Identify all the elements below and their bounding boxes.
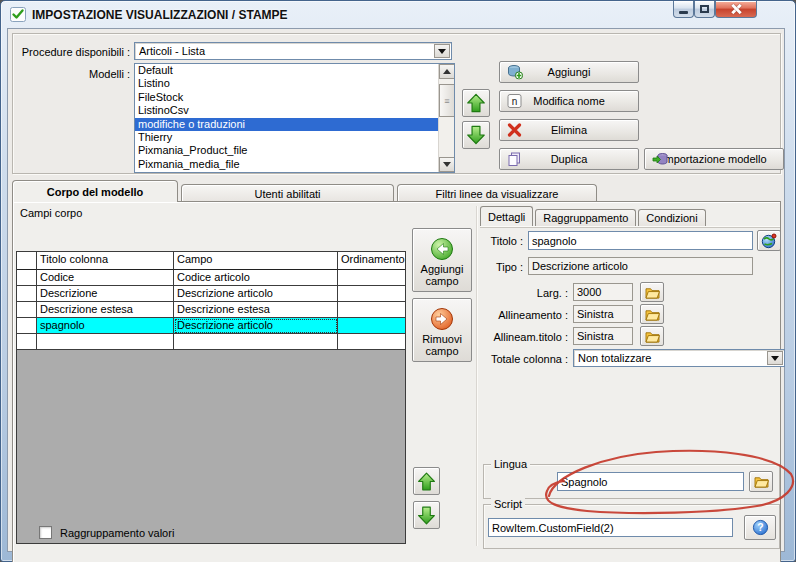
script-help-button[interactable]: ? [744,515,776,540]
procedures-combobox-value: Articoli - Lista [139,45,433,57]
models-list-item[interactable]: Default [135,64,438,77]
translate-globe-button[interactable] [757,230,781,251]
lingua-input[interactable] [557,472,744,491]
script-input[interactable] [488,518,733,537]
row-selector-cell[interactable] [17,286,37,302]
larg-label: Larg. : [493,287,568,299]
minimize-icon [679,11,688,14]
remove-field-button[interactable]: Rimuovi campo [412,298,472,362]
cell-titolo[interactable]: spagnolo [37,318,174,334]
cell-campo[interactable] [174,334,338,350]
row-selector-cell[interactable] [17,302,37,318]
titolo-input[interactable] [528,231,753,250]
table-row[interactable]: Descrizione estesa Descrizione estesa [17,302,405,318]
totale-colonna-arrow[interactable] [767,351,783,365]
maximize-button[interactable] [694,1,715,18]
allineam-titolo-picker-button[interactable] [640,326,664,346]
totale-colonna-combobox[interactable]: Non totalizzare [573,349,785,367]
models-list-item[interactable]: ListinoCsv [135,104,438,117]
triangle-up-icon [443,69,451,74]
minimize-button[interactable] [673,1,694,18]
main-tab-bar: Corpo del modello Utenti abilitati Filtr… [12,180,600,202]
duplicate-model-button[interactable]: Duplica [499,148,639,170]
cell-campo[interactable]: Descrizione articolo [174,318,338,334]
details-tab[interactable]: Dettagli [480,206,533,226]
cell-campo[interactable]: Codice articolo [174,270,338,286]
models-listbox[interactable]: Default Listino FileStock ListinoCsv mod… [134,63,455,173]
delete-x-icon [507,123,522,138]
cell-titolo[interactable]: Codice [37,270,174,286]
rename-model-label: Modifica nome [533,95,605,107]
cell-titolo[interactable]: Descrizione estesa [37,302,174,318]
allineam-titolo-label: Allineam.titolo : [468,331,568,343]
duplicate-pages-icon [507,152,522,167]
circle-arrow-right-icon [430,307,454,331]
fields-table[interactable]: Titolo colonna Campo Ordinamento Codice … [16,251,406,544]
rename-model-button[interactable]: n Modifica nome [499,90,639,112]
help-icon: ? [752,519,769,536]
table-row[interactable] [17,334,405,350]
cell-ordinamento[interactable] [338,302,405,318]
allineamento-input[interactable] [573,305,633,323]
cell-campo[interactable]: Descrizione estesa [174,302,338,318]
main-tab-label: Utenti abilitati [254,188,320,200]
main-tab[interactable]: Corpo del modello [12,180,178,202]
allineam-titolo-input[interactable] [573,327,633,345]
cell-ordinamento[interactable] [338,270,405,286]
cell-titolo[interactable]: Descrizione [37,286,174,302]
table-row[interactable]: Codice Codice articolo [17,270,405,286]
maximize-icon [700,5,709,13]
row-selector-cell[interactable] [17,334,37,350]
model-move-down-button[interactable] [462,121,490,149]
script-group: Script ? [483,504,780,549]
procedures-combobox[interactable]: Articoli - Lista [134,42,452,60]
field-move-up-button[interactable] [413,467,440,495]
models-list-item[interactable]: Thierry [135,131,438,144]
scrollbar-thumb[interactable] [439,84,455,117]
grouping-checkbox-label: Raggruppamento valori [60,527,174,539]
details-tab[interactable]: Condizioni [638,209,705,226]
main-tab[interactable]: Filtri linee da visualizzare [397,184,597,202]
models-list-item[interactable]: Pixmania_media_file [135,158,438,171]
lingua-picker-button[interactable] [749,471,773,492]
models-list-item[interactable]: Listino [135,77,438,90]
arrow-down-icon [465,124,487,146]
chevron-down-icon [438,49,446,54]
table-row[interactable]: spagnolo Descrizione articolo [17,318,405,334]
larg-picker-button[interactable] [640,282,664,302]
models-list-item[interactable]: FileStock [135,91,438,104]
cell-ordinamento[interactable] [338,334,405,350]
row-selector-cell[interactable] [17,270,37,286]
script-group-label: Script [491,498,525,510]
allineamento-picker-button[interactable] [640,304,664,324]
add-box-icon [507,65,523,80]
details-tab-label: Dettagli [488,211,525,223]
field-move-down-button[interactable] [413,501,440,529]
cell-ordinamento[interactable] [338,286,405,302]
cell-ordinamento[interactable] [338,318,405,334]
import-model-button[interactable]: Importazione modello [644,148,784,170]
main-tab[interactable]: Utenti abilitati [181,184,394,202]
close-button[interactable] [715,1,757,18]
scrollbar-up-button[interactable] [439,64,455,79]
delete-model-button[interactable]: Elimina [499,119,639,141]
arrow-up-icon [465,92,487,114]
model-move-up-button[interactable] [462,89,490,117]
procedures-combobox-arrow[interactable] [434,44,450,58]
details-tab-bar: Dettagli Raggruppamento Condizioni [480,206,708,226]
procedures-label: Procedure disponibili : [17,46,130,58]
models-scrollbar[interactable] [438,64,454,172]
title-bar: IMPOSTAZIONE VISUALIZZAZIONI / STAMPE [1,1,795,28]
larg-input[interactable] [573,283,633,301]
details-tab[interactable]: Raggruppamento [535,209,636,226]
table-row[interactable]: Descrizione Descrizione articolo [17,286,405,302]
svg-text:?: ? [757,522,763,533]
models-list-item[interactable]: modifiche o traduzioni [135,118,438,131]
cell-titolo[interactable] [37,334,174,350]
scrollbar-down-button[interactable] [439,157,455,172]
grouping-checkbox[interactable] [39,526,52,539]
add-model-button[interactable]: Aggiungi [499,61,639,83]
row-selector-cell[interactable] [17,318,37,334]
models-list-item[interactable]: Pixmania_Product_file [135,144,438,157]
cell-campo[interactable]: Descrizione articolo [174,286,338,302]
